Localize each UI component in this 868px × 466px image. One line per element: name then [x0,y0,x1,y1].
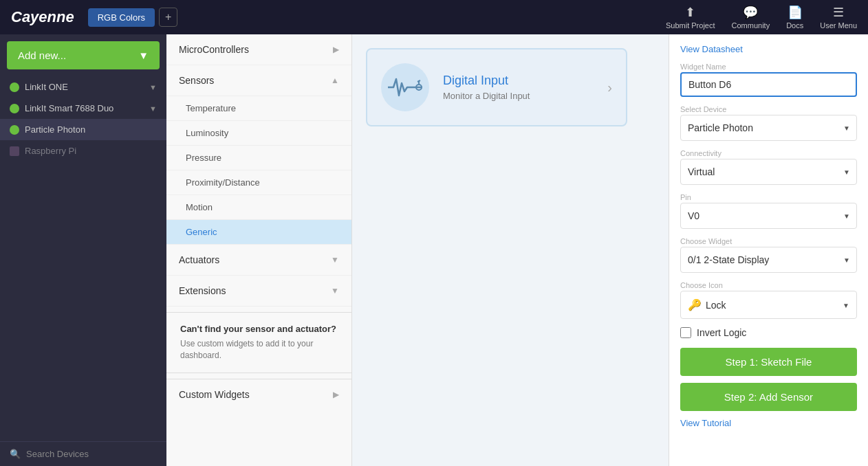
user-menu-label: User Menu [820,21,857,30]
view-tutorial-link[interactable]: View Tutorial [680,418,857,428]
connectivity-wrapper[interactable]: Virtual [680,159,857,185]
user-menu-nav[interactable]: ☰ User Menu [820,5,857,30]
choose-widget-field: Choose Widget 0/1 2-State Display [680,237,857,273]
widget-desc: Monitor a Digital Input [443,91,530,101]
actuators-label: Actuators [179,254,219,265]
connectivity-select[interactable]: Virtual [680,159,857,185]
sensors-label: Sensors [179,75,214,86]
submit-project-label: Submit Project [666,21,715,30]
community-icon: 💬 [743,5,758,20]
chevron-down-icon: ▼ [149,104,157,113]
connectivity-label: Connectivity [680,149,857,157]
step1-button[interactable]: Step 1: Sketch File [680,348,857,376]
app-logo: Cayenne [11,8,74,26]
divider2 [166,373,351,373]
chevron-right-icon: ▶ [333,45,339,54]
category-actuators[interactable]: Actuators ▼ [166,245,351,276]
choose-icon-field: Choose Icon 🔑 Lock [680,281,857,319]
category-sensors[interactable]: Sensors ▲ [166,65,351,96]
community-nav[interactable]: 💬 Community [732,5,770,30]
device-name-particle-photon: Particle Photon [25,124,85,135]
sub-item-luminosity[interactable]: Luminosity [166,121,351,146]
middle-panel: MicroControllers ▶ Sensors ▲ Temperature… [166,34,352,466]
choose-icon-wrapper[interactable]: 🔑 Lock [680,291,857,319]
content-area: Digital Input Monitor a Digital Input › [352,34,669,466]
waveform-icon [388,74,422,101]
pin-wrapper[interactable]: V0 [680,203,857,229]
device-name-linkit-one: LinkIt ONE [25,82,68,92]
sub-item-pressure[interactable]: Pressure [166,146,351,170]
sub-item-motion[interactable]: Motion [166,195,351,220]
widget-info: Digital Input Monitor a Digital Input [443,74,530,101]
widget-icon [381,63,429,111]
select-device-label: Select Device [680,105,857,113]
chevron-right-icon: ▶ [333,390,339,399]
device-icon-raspberry-pi [10,146,19,156]
next-arrow-icon: › [607,80,612,96]
pin-label: Pin [680,193,857,201]
svg-line-2 [417,80,420,82]
device-name-raspberry-pi: Raspberry Pi [25,146,76,156]
choose-widget-select[interactable]: 0/1 2-State Display [680,247,857,273]
sub-item-generic[interactable]: Generic [166,220,351,245]
microcontrollers-label: MicroControllers [179,44,249,55]
key-icon: 🔑 [688,298,702,311]
sidebar-item-linkit-one[interactable]: LinkIt ONE ▼ [0,76,166,98]
sidebar-item-raspberry-pi[interactable]: Raspberry Pi [0,140,166,162]
widget-card[interactable]: Digital Input Monitor a Digital Input › [366,48,627,126]
chevron-down-icon: ▼ [331,286,339,296]
search-icon: 🔍 [10,449,21,459]
add-tab-button[interactable]: + [159,8,177,27]
widget-name-input[interactable] [680,72,857,97]
active-tab[interactable]: RGB Colors [88,8,155,27]
category-extensions[interactable]: Extensions ▼ [166,276,351,307]
select-device-field: Select Device Particle Photon [680,105,857,141]
nav-right: ⬆ Submit Project 💬 Community 📄 Docs ☰ Us… [666,5,857,30]
choose-widget-label: Choose Widget [680,237,857,245]
device-icon-linkit-smart [10,104,19,113]
sidebar-item-particle-photon[interactable]: Particle Photon [0,119,166,140]
connectivity-field: Connectivity Virtual [680,149,857,185]
invert-logic-label: Invert Logic [697,327,746,338]
sub-item-proximity[interactable]: Proximity/Distance [166,170,351,195]
extensions-label: Extensions [179,285,226,296]
sub-item-temperature[interactable]: Temperature [166,96,351,121]
widget-name-label: Widget Name [680,63,857,71]
add-new-label: Add new... [18,49,66,61]
docs-label: Docs [786,21,803,30]
search-label: Search Devices [26,449,89,459]
device-list: LinkIt ONE ▼ LinkIt Smart 7688 Duo ▼ Par… [0,72,166,166]
invert-logic-checkbox[interactable] [680,327,691,338]
submit-project-icon: ⬆ [685,5,695,20]
submit-project-nav[interactable]: ⬆ Submit Project [666,5,715,30]
sidebar-item-linkit-smart[interactable]: LinkIt Smart 7688 Duo ▼ [0,98,166,119]
select-device-wrapper[interactable]: Particle Photon [680,115,857,141]
category-microcontrollers[interactable]: MicroControllers ▶ [166,34,351,65]
device-icon-linkit-one [10,82,19,92]
custom-widgets-label: Custom Widgets [179,389,250,400]
widget-name-field: Widget Name [680,63,857,97]
chevron-up-icon: ▲ [331,76,339,85]
custom-widgets-item[interactable]: Custom Widgets ▶ [166,379,351,410]
choose-widget-wrapper[interactable]: 0/1 2-State Display [680,247,857,273]
docs-nav[interactable]: 📄 Docs [786,5,803,30]
choose-icon-value: Lock [706,300,726,311]
main-layout: Add new... ▼ LinkIt ONE ▼ LinkIt Smart 7… [0,34,868,466]
widget-title: Digital Input [443,74,530,88]
divider [166,312,351,313]
select-device-select[interactable]: Particle Photon [680,115,857,141]
add-new-button[interactable]: Add new... ▼ [7,41,160,69]
view-datasheet-link[interactable]: View Datasheet [680,44,857,54]
pin-select[interactable]: V0 [680,203,857,229]
pin-field: Pin V0 [680,193,857,229]
cant-find-title: Can't find your sensor and actuator? [180,324,338,334]
user-menu-icon: ☰ [833,5,844,20]
chevron-down-icon: ▼ [331,255,339,265]
docs-icon: 📄 [788,5,803,20]
search-bar[interactable]: 🔍 Search Devices [0,441,166,466]
step2-button[interactable]: Step 2: Add Sensor [680,383,857,411]
device-name-linkit-smart: LinkIt Smart 7688 Duo [25,103,113,113]
cant-find-box: Can't find your sensor and actuator? Use… [177,324,340,362]
add-new-chevron-icon: ▼ [138,49,149,61]
choose-icon-label: Choose Icon [680,281,857,289]
